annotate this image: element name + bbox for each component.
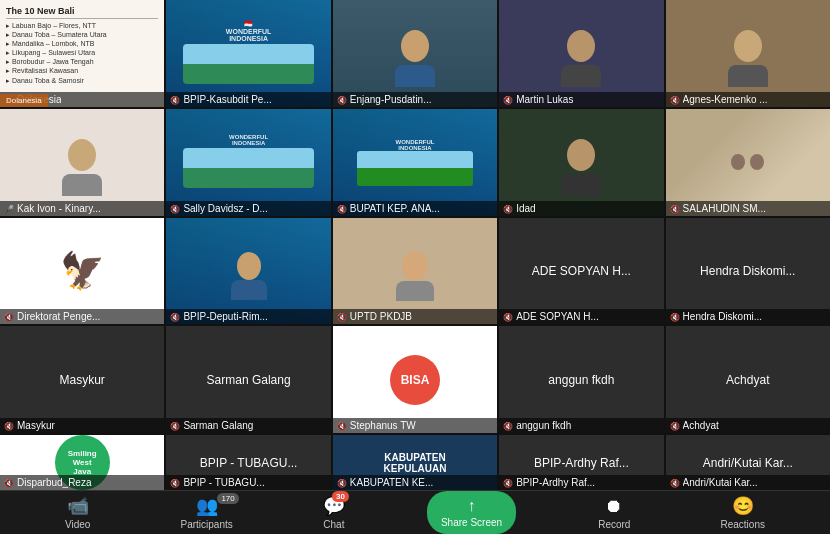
person-figure — [728, 30, 768, 87]
slide-title: The 10 New Bali — [6, 6, 158, 19]
tourism-overlay-8: WONDERFULINDONESIA — [333, 109, 497, 216]
person-head — [567, 139, 595, 171]
person-figure — [561, 139, 601, 196]
tile-label-3: Enjang-Pusdatin... — [333, 92, 497, 107]
tile-name-16: Masykur Masykur — [0, 326, 164, 433]
tile-room-10: SALAHUDIN SM... — [666, 109, 830, 216]
vsim-6 — [0, 109, 164, 216]
muted-icon — [4, 477, 14, 488]
chat-label: Chat — [323, 519, 344, 530]
muted-icon — [337, 203, 347, 214]
tile-label-2: BPIP-Kasubdit Pe... — [166, 92, 330, 107]
muted-icon — [170, 311, 180, 322]
tile-label-11: Direktorat Penge... — [0, 309, 164, 324]
tile-garuda: 🦅 Direktorat Penge... — [0, 218, 164, 325]
muted-icon — [337, 420, 347, 431]
tourism-overlay-12 — [166, 218, 330, 325]
chat-button[interactable]: 💬 Chat 30 — [315, 491, 353, 534]
video-label: Video — [65, 519, 90, 530]
person-head — [567, 30, 595, 62]
person-figure — [396, 251, 434, 301]
tile-label-16: Masykur — [0, 418, 164, 433]
slide-bottom-label: Dolanesia — [0, 94, 48, 107]
muted-icon — [503, 203, 513, 214]
muted-icon — [503, 311, 513, 322]
record-icon: ⏺ — [605, 496, 623, 517]
tile-label-17: Sarman Galang — [166, 418, 330, 433]
kabupaten-text: KABUPATENKEPULAUAN — [380, 448, 451, 478]
tile-name-14: ADE SOPYAN H... ADE SOPYAN H... — [499, 218, 663, 325]
muted-icon — [4, 311, 14, 322]
bisa-logo: BISA — [333, 326, 497, 433]
tourism-overlay: 🇮🇩WONDERFULINDONESIA — [166, 0, 330, 107]
muted-icon — [170, 477, 180, 488]
tile-slide: The 10 New Bali ▸ Labuan Bajo – Flores, … — [0, 0, 164, 107]
tile-name-17: Sarman Galang Sarman Galang — [166, 326, 330, 433]
muted-icon — [670, 420, 680, 431]
record-button[interactable]: ⏺ Record — [590, 492, 638, 534]
reactions-button[interactable]: 😊 Reactions — [712, 491, 772, 534]
tile-label-10: SALAHUDIN SM... — [666, 201, 830, 216]
room-people — [731, 154, 764, 170]
tile-label-6: Kak Ivon - Kinary... — [0, 201, 164, 216]
tile-label-14: ADE SOPYAN H... — [499, 309, 663, 324]
bisa-circle: BISA — [390, 355, 440, 405]
share-screen-button[interactable]: ↑ Share Screen — [427, 491, 516, 534]
room-scene — [666, 109, 830, 216]
muted-icon — [337, 311, 347, 322]
tile-name-24: BPIP-Ardhy Raf... BPIP-Ardhy Raf... — [499, 435, 663, 490]
tile-name-20: Achdyat Achdyat — [666, 326, 830, 433]
tile-label-12: BPIP-Deputi-Rim... — [166, 309, 330, 324]
toolbar: 📹 Video 👥 Participants 170 💬 Chat 30 ↑ S… — [0, 490, 830, 534]
person-body — [561, 174, 601, 196]
record-label: Record — [598, 519, 630, 530]
person-head — [401, 30, 429, 62]
muted-icon — [670, 311, 680, 322]
participants-icon: 👥 — [196, 495, 218, 517]
tile-label-24: BPIP-Ardhy Raf... — [499, 475, 663, 490]
tile-label-20: Achdyat — [666, 418, 830, 433]
video-button[interactable]: 📹 Video — [57, 491, 98, 534]
muted-icon — [670, 94, 680, 105]
tile-person-3: Enjang-Pusdatin... — [333, 0, 497, 107]
tile-label-18: Stephanus TW — [333, 418, 497, 433]
person-body — [728, 65, 768, 87]
tile-label-8: BUPATI KEP. ANA... — [333, 201, 497, 216]
garuda-emblem: 🦅 — [60, 250, 105, 292]
tile-label-4: Martin Lukas — [499, 92, 663, 107]
vsim-13 — [333, 218, 497, 325]
person-body — [561, 65, 601, 87]
tile-name-22: BPIP - TUBAGU... BPIP - TUBAGU... — [166, 435, 330, 490]
tile-poster-7: WONDERFULINDONESIA Sally Davidsz - D... — [166, 109, 330, 216]
person-body — [395, 65, 435, 87]
island-scene — [183, 148, 315, 188]
tile-westjava: SmilingWestJava Disparbud_Reza — [0, 435, 164, 490]
slide-content: ▸ Labuan Bajo – Flores, NTT ▸ Danau Toba… — [6, 21, 107, 85]
participants-count-badge: 170 — [217, 493, 238, 504]
muted-icon — [503, 94, 513, 105]
tile-person-5: Agnes-Kemenko ... — [666, 0, 830, 107]
tile-label-13: UPTD PKDJB — [333, 309, 497, 324]
vsim-3 — [333, 0, 497, 107]
tile-label-23: KABUPATEN KE... — [333, 475, 497, 490]
share-screen-label: Share Screen — [441, 517, 502, 528]
participants-button[interactable]: 👥 Participants 170 — [173, 491, 241, 534]
person-head — [237, 252, 261, 280]
person-figure — [561, 30, 601, 87]
vsim-5 — [666, 0, 830, 107]
tile-name-19: anggun fkdh anggun fkdh — [499, 326, 663, 433]
person-body — [231, 280, 267, 300]
person-body — [62, 174, 102, 196]
tile-label-21: Disparbud_Reza — [0, 475, 164, 490]
tile-kak-ivon: Kak Ivon - Kinary... — [0, 109, 164, 216]
vsim-9 — [499, 109, 663, 216]
person-head — [402, 251, 428, 281]
person-figure — [395, 30, 435, 87]
tile-label-7: Sally Davidsz - D... — [166, 201, 330, 216]
tile-name-25: Andri/Kutai Kar... Andri/Kutai Kar... — [666, 435, 830, 490]
mic-icon — [4, 203, 14, 214]
reactions-label: Reactions — [720, 519, 764, 530]
muted-icon — [170, 420, 180, 431]
tile-poster-8: WONDERFULINDONESIA BUPATI KEP. ANA... — [333, 109, 497, 216]
video-grid: The 10 New Bali ▸ Labuan Bajo – Flores, … — [0, 0, 830, 490]
